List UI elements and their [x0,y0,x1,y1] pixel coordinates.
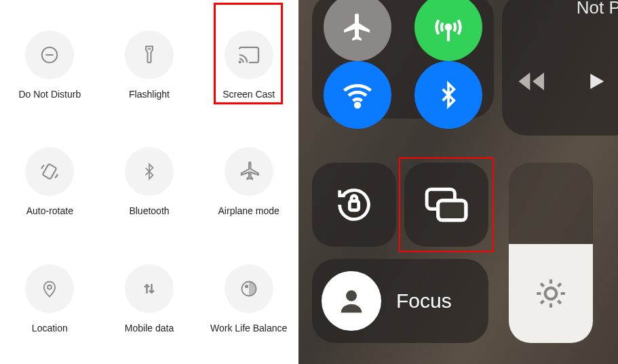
tile-auto-rotate[interactable]: Auto-rotate [0,123,100,240]
airplane-icon [225,147,273,196]
tile-location[interactable]: Location [0,241,100,357]
ios-control-center-panel: Not Pla Focus [298,0,618,364]
tile-do-not-disturb[interactable]: Do Not Disturb [0,7,100,123]
airplane-mode-toggle[interactable] [324,0,391,61]
focus-label: Focus [396,289,452,312]
svg-rect-11 [349,201,358,210]
rewind-icon[interactable] [518,71,549,92]
tile-bluetooth[interactable]: Bluetooth [100,123,199,240]
tile-label: Mobile data [125,323,174,333]
tile-work-life-balance[interactable]: Work Life Balance [199,241,298,357]
flashlight-icon [125,31,174,79]
cellular-data-toggle[interactable] [414,0,482,61]
highlight-box-icon [214,3,283,104]
android-tiles-grid: Do Not Disturb Flashlight Screen Cast Au… [0,7,298,357]
media-playback-group[interactable]: Not Pla [502,0,618,136]
data-icon [125,264,174,313]
focus-avatar-icon [322,271,381,331]
dnd-icon [25,31,74,79]
brightness-slider[interactable] [509,163,593,343]
svg-point-7 [246,285,248,287]
svg-line-23 [541,300,543,303]
tile-label: Bluetooth [129,205,169,216]
svg-point-5 [47,285,52,289]
worklife-icon [225,264,273,313]
svg-line-21 [541,283,543,286]
svg-point-10 [355,103,360,107]
android-quick-settings-panel: Do Not Disturb Flashlight Screen Cast Au… [0,0,298,364]
connectivity-group[interactable] [312,0,494,119]
bluetooth-icon [125,147,174,196]
rotate-icon [25,147,74,196]
svg-rect-4 [43,164,57,180]
brightness-fill [509,244,593,343]
brightness-icon [534,277,568,310]
tile-label: Flashlight [129,89,170,100]
wifi-toggle[interactable] [324,61,391,129]
tile-airplane-mode[interactable]: Airplane mode [199,123,298,240]
tile-label: Airplane mode [218,205,279,216]
svg-point-16 [545,288,557,300]
rotation-lock-tile[interactable] [312,163,396,247]
location-icon [25,264,74,313]
svg-point-15 [346,290,357,301]
bluetooth-toggle[interactable] [414,61,482,129]
focus-tile[interactable]: Focus [312,259,488,343]
tile-label: Do Not Disturb [18,89,81,100]
tile-screen-cast[interactable]: Screen Cast [199,7,298,123]
svg-line-24 [558,283,560,286]
media-status-text: Not Pla [577,0,618,18]
tile-mobile-data[interactable]: Mobile data [100,241,199,357]
svg-line-22 [558,300,560,303]
tile-label: Location [32,323,68,333]
play-icon[interactable] [586,69,606,94]
highlight-box-icon [399,157,494,252]
tile-flashlight[interactable]: Flashlight [100,7,199,123]
tile-label: Work Life Balance [210,323,287,333]
tile-label: Auto-rotate [26,205,73,216]
